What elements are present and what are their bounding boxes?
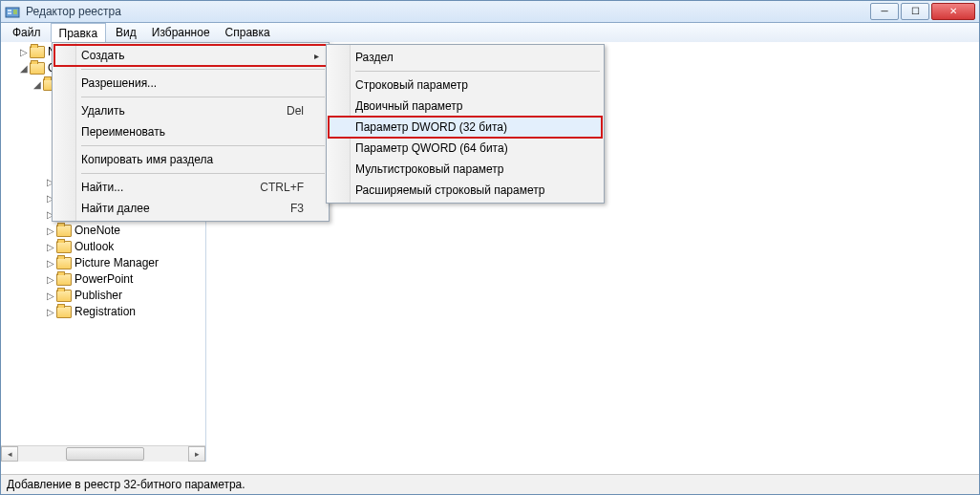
submenu-create-dword-label: Параметр DWORD (32 бита) <box>355 120 507 134</box>
tree-node[interactable]: ▷Picture Manager <box>5 255 205 271</box>
menu-edit-find-shortcut: CTRL+F <box>260 181 304 194</box>
menu-edit-permissions[interactable]: Разрешения... <box>54 73 327 94</box>
registry-editor-window: Редактор реестра ─ ☐ ✕ Файл Правка Вид И… <box>0 0 980 495</box>
tree-horizontal-scrollbar[interactable]: ◂ ▸ <box>1 445 205 462</box>
submenu-create-string-label: Строковый параметр <box>355 78 468 92</box>
submenu-create-key[interactable]: Раздел <box>329 47 602 68</box>
submenu-create-string[interactable]: Строковый параметр <box>329 75 602 96</box>
submenu-create-multistring[interactable]: Мультистроковый параметр <box>329 159 602 180</box>
scroll-track[interactable] <box>18 447 188 461</box>
submenu-create-expandstring[interactable]: Расширяемый строковый параметр <box>329 180 602 201</box>
statusbar-text: Добавление в реестр 32-битного параметра… <box>7 478 245 491</box>
menu-edit-find-next-label: Найти далее <box>81 202 150 215</box>
tree-node[interactable]: ▷OneNote <box>5 223 205 239</box>
tree-node[interactable]: ▷Outlook <box>5 239 205 255</box>
folder-icon <box>56 224 72 239</box>
create-submenu: Раздел Строковый параметр Двоичный парам… <box>326 44 605 204</box>
tree-node[interactable]: ▷Registration <box>5 304 205 320</box>
svg-rect-2 <box>8 12 11 14</box>
menu-edit-create[interactable]: Создать <box>54 45 327 66</box>
statusbar: Добавление в реестр 32-битного параметра… <box>1 474 979 494</box>
menu-edit-delete-shortcut: Del <box>287 104 304 118</box>
menu-favorites[interactable]: Избранное <box>144 23 218 42</box>
maximize-button[interactable]: ☐ <box>901 3 929 20</box>
collapse-icon[interactable]: ◢ <box>18 60 29 76</box>
submenu-create-multistring-label: Мультистроковый параметр <box>355 162 504 176</box>
submenu-create-dword[interactable]: Параметр DWORD (32 бита) <box>329 117 602 138</box>
submenu-create-key-label: Раздел <box>355 51 394 64</box>
close-button[interactable]: ✕ <box>931 3 975 20</box>
menu-edit-copy-key-name-label: Копировать имя раздела <box>81 153 213 166</box>
submenu-create-expandstring-label: Расширяемый строковый параметр <box>355 183 544 197</box>
regedit-icon <box>5 4 20 19</box>
submenu-create-qword[interactable]: Параметр QWORD (64 бита) <box>329 138 602 159</box>
collapse-icon[interactable]: ◢ <box>32 76 42 93</box>
window-title: Редактор реестра <box>26 5 870 18</box>
tree-node[interactable]: ▷Publisher <box>5 288 205 304</box>
tree-node-label: PowerPoint <box>75 271 133 288</box>
svg-rect-3 <box>13 10 17 14</box>
expand-icon[interactable]: ▷ <box>45 223 55 239</box>
menu-edit-find-next[interactable]: Найти далее F3 <box>54 198 327 219</box>
menu-edit-copy-key-name[interactable]: Копировать имя раздела <box>54 149 327 170</box>
folder-icon <box>30 45 45 60</box>
scroll-left-button[interactable]: ◂ <box>1 446 18 462</box>
menu-edit-create-label: Создать <box>81 49 125 62</box>
menu-file[interactable]: Файл <box>5 23 49 42</box>
tree-node-label: Outlook <box>75 239 114 255</box>
menu-edit-delete[interactable]: Удалить Del <box>54 100 327 121</box>
menu-edit-find-label: Найти... <box>81 181 123 194</box>
menu-edit-find[interactable]: Найти... CTRL+F <box>54 177 327 198</box>
menu-edit-permissions-label: Разрешения... <box>81 76 157 90</box>
scroll-right-button[interactable]: ▸ <box>188 446 205 462</box>
folder-icon <box>56 272 72 288</box>
scroll-thumb[interactable] <box>66 447 144 461</box>
tree-node-label: Publisher <box>75 288 122 304</box>
svg-rect-1 <box>8 10 11 11</box>
menu-edit-find-next-shortcut: F3 <box>290 202 304 215</box>
window-buttons: ─ ☐ ✕ <box>870 3 975 20</box>
expand-icon[interactable]: ▷ <box>45 288 55 304</box>
submenu-create-qword-label: Параметр QWORD (64 бита) <box>355 141 508 155</box>
menubar: Файл Правка Вид Избранное Справка <box>1 23 979 43</box>
menu-view[interactable]: Вид <box>108 23 144 42</box>
titlebar: Редактор реестра ─ ☐ ✕ <box>1 1 979 23</box>
tree-node-label: OneNote <box>75 223 120 239</box>
tree-node-label: Picture Manager <box>75 255 159 271</box>
submenu-create-binary[interactable]: Двоичный параметр <box>329 96 602 117</box>
menu-help[interactable]: Справка <box>218 23 278 42</box>
menu-edit-delete-label: Удалить <box>81 104 125 118</box>
submenu-create-binary-label: Двоичный параметр <box>355 99 463 113</box>
expand-icon[interactable]: ▷ <box>45 239 55 255</box>
expand-icon[interactable]: ▷ <box>45 255 55 271</box>
folder-icon <box>56 305 72 320</box>
folder-icon <box>56 240 72 255</box>
tree-node-label: Registration <box>75 304 136 320</box>
menu-edit-rename-label: Переименовать <box>81 125 165 139</box>
expand-icon[interactable]: ▷ <box>45 304 55 320</box>
menu-edit-rename[interactable]: Переименовать <box>54 121 327 142</box>
edit-dropdown-menu: Создать Разрешения... Удалить Del Переим… <box>52 42 330 222</box>
expand-icon[interactable]: ▷ <box>18 44 29 60</box>
folder-icon <box>56 289 72 304</box>
folder-icon <box>30 61 45 76</box>
tree-node[interactable]: ▷PowerPoint <box>5 271 205 288</box>
menu-edit[interactable]: Правка <box>51 23 107 42</box>
expand-icon[interactable]: ▷ <box>45 271 55 288</box>
folder-icon <box>56 256 72 271</box>
minimize-button[interactable]: ─ <box>870 3 899 20</box>
